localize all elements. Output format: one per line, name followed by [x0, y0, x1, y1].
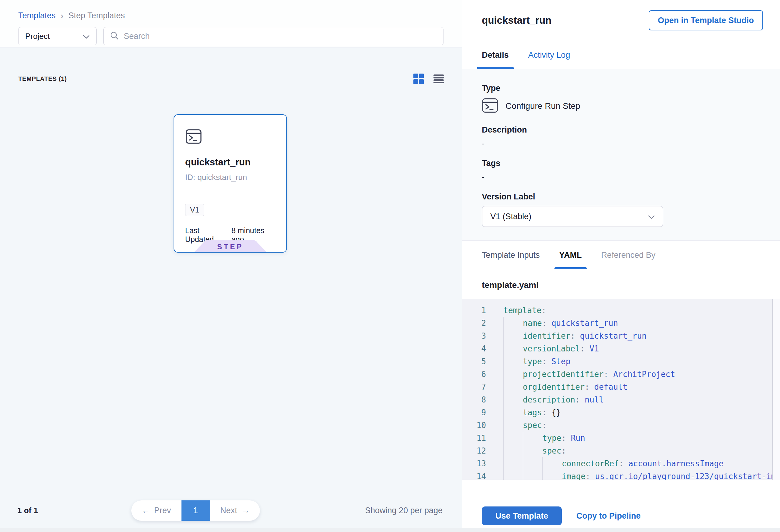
code-line: 12spec: — [462, 444, 780, 457]
templates-list-body: TEMPLATES (1) — [0, 74, 462, 253]
version-dropdown-value: V1 (Stable) — [490, 212, 531, 221]
breadcrumb-templates-link[interactable]: Templates — [18, 11, 56, 20]
type-label: Type — [482, 84, 761, 93]
yaml-code[interactable]: 1template:2name: quickstart_run3identifi… — [462, 299, 780, 480]
code-scrollbar[interactable] — [772, 299, 780, 480]
tags-label: Tags — [482, 159, 761, 168]
chevron-down-icon — [648, 212, 655, 221]
yaml-tabs: Template Inputs YAML Referenced By — [462, 240, 780, 269]
details-actions: Use Template Copy to Pipeline — [462, 480, 780, 525]
code-line: 13connectorRef: account.harnessImage — [462, 457, 780, 470]
code-line: 5type: Step — [462, 355, 780, 368]
type-value: Configure Run Step — [505, 101, 580, 111]
yaml-code-lines: 1template:2name: quickstart_run3identifi… — [462, 304, 780, 480]
window-bottom-strip — [0, 528, 780, 532]
use-template-button[interactable]: Use Template — [482, 506, 562, 525]
templates-count-label: TEMPLATES (1) — [18, 76, 67, 82]
prev-label: Prev — [154, 506, 171, 515]
scope-dropdown[interactable]: Project — [18, 27, 97, 45]
step-ribbon-label: STEP — [193, 240, 268, 252]
scope-dropdown-value: Project — [25, 32, 50, 41]
template-card[interactable]: quickstart_run ID: quickstart_run V1 Las… — [174, 114, 287, 253]
next-page-button[interactable]: Next → — [210, 500, 260, 521]
yaml-file-name: template.yaml — [462, 269, 780, 299]
pagination: ← Prev 1 Next → — [131, 500, 260, 521]
prev-page-button[interactable]: ← Prev — [131, 500, 182, 521]
card-id: ID: quickstart_run — [185, 173, 276, 182]
breadcrumb-current: Step Templates — [68, 11, 125, 20]
card-title: quickstart_run — [185, 157, 276, 168]
app: Templates › Step Templates Project — [0, 0, 780, 532]
card-divider — [185, 193, 276, 193]
code-line: 14image: us.gcr.io/playground-123/quicks… — [462, 470, 780, 480]
description-value: - — [482, 139, 761, 148]
templates-list-panel: Templates › Step Templates Project — [0, 0, 462, 528]
version-badge: V1 — [185, 204, 204, 216]
list-toolbar: TEMPLATES (1) — [18, 74, 444, 84]
page-1-button[interactable]: 1 — [182, 500, 210, 521]
breadcrumb-chevron-icon: › — [60, 11, 63, 20]
copy-to-pipeline-link[interactable]: Copy to Pipeline — [576, 511, 641, 521]
tags-value: - — [482, 173, 761, 182]
code-line: 9tags: {} — [462, 406, 780, 419]
run-step-icon — [185, 140, 202, 145]
main-layout: Templates › Step Templates Project — [0, 0, 780, 528]
search-input[interactable] — [124, 32, 437, 41]
code-line: 7orgIdentifier: default — [462, 381, 780, 393]
search-box[interactable] — [103, 27, 443, 45]
code-line: 8description: null — [462, 393, 780, 406]
version-dropdown[interactable]: V1 (Stable) — [482, 206, 663, 227]
open-in-template-studio-button[interactable]: Open in Template Studio — [649, 10, 763, 31]
code-line: 2name: quickstart_run — [462, 317, 780, 330]
chevron-down-icon — [83, 32, 90, 41]
code-line: 10spec: — [462, 419, 780, 432]
tab-activity-log[interactable]: Activity Log — [528, 41, 570, 69]
step-ribbon: STEP — [193, 240, 268, 252]
grid-view-button[interactable] — [413, 74, 424, 84]
list-view-button[interactable] — [434, 74, 444, 83]
breadcrumb: Templates › Step Templates — [18, 11, 444, 20]
code-line: 6projectIdentifier: ArchitProject — [462, 368, 780, 381]
code-line: 11type: Run — [462, 432, 780, 444]
tab-details[interactable]: Details — [482, 41, 509, 69]
template-details-panel: quickstart_run Open in Template Studio D… — [462, 0, 780, 528]
details-header: quickstart_run Open in Template Studio — [462, 0, 780, 41]
details-tabs: Details Activity Log — [462, 41, 780, 69]
panel-title: quickstart_run — [482, 14, 551, 26]
next-label: Next — [221, 506, 237, 515]
version-label: Version Label — [482, 192, 761, 201]
tab-template-inputs[interactable]: Template Inputs — [482, 241, 540, 269]
list-header: Templates › Step Templates Project — [0, 0, 462, 47]
arrow-right-icon: → — [241, 506, 250, 515]
type-row: Configure Run Step — [482, 97, 761, 115]
run-step-icon — [482, 97, 498, 115]
search-icon — [110, 31, 119, 41]
view-toggle — [413, 74, 444, 84]
page-size-label: Showing 20 per page — [365, 506, 443, 515]
code-line: 4versionLabel: V1 — [462, 342, 780, 355]
filter-row: Project — [18, 27, 444, 45]
description-label: Description — [482, 125, 761, 135]
tab-yaml[interactable]: YAML — [559, 241, 582, 269]
code-line: 3identifier: quickstart_run — [462, 330, 780, 342]
tab-referenced-by[interactable]: Referenced By — [601, 241, 656, 269]
code-line: 1template: — [462, 304, 780, 317]
page-count-label: 1 of 1 — [17, 506, 38, 515]
arrow-left-icon: ← — [142, 506, 150, 515]
details-content: Type Configure Run Step Description - — [462, 69, 780, 240]
